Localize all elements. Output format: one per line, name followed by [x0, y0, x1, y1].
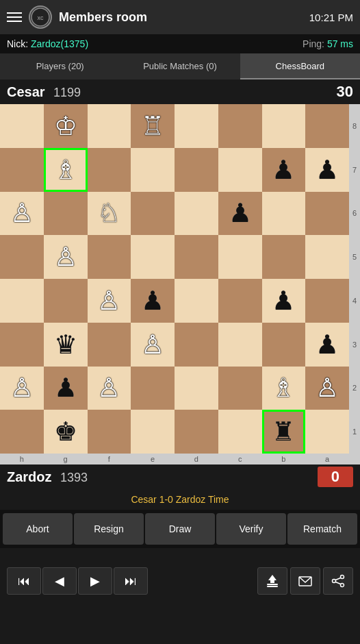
cell-e4[interactable]: [175, 279, 218, 323]
rematch-button[interactable]: Rematch: [287, 513, 357, 545]
cell-d7[interactable]: [131, 148, 175, 192]
nav-buttons-bar: ⏮ ◀ ▶ ⏭: [0, 562, 360, 600]
cell-d8[interactable]: ♖: [131, 104, 175, 148]
cell-g5[interactable]: [262, 235, 306, 279]
cell-c5[interactable]: [88, 235, 131, 279]
svg-rect-3: [267, 586, 278, 587]
cell-a3[interactable]: [0, 323, 44, 367]
cell-d3[interactable]: ♙: [131, 323, 175, 367]
cell-a7[interactable]: [0, 148, 44, 192]
cell-b7[interactable]: ♗: [44, 148, 88, 192]
nav-group: ⏮ ◀ ▶ ⏭: [7, 567, 148, 595]
draw-button[interactable]: Draw: [145, 513, 215, 545]
cell-b8[interactable]: ♔: [44, 104, 88, 148]
cell-b6[interactable]: [44, 192, 88, 236]
cell-h1[interactable]: [305, 410, 349, 454]
piece-black-pawn-f6: ♟: [229, 200, 252, 226]
share-button[interactable]: [323, 567, 353, 595]
cell-b4[interactable]: [44, 279, 88, 323]
cell-g8[interactable]: [262, 104, 306, 148]
cell-e7[interactable]: [175, 148, 218, 192]
cell-f2[interactable]: [218, 367, 262, 410]
abort-button[interactable]: Abort: [3, 513, 73, 545]
cell-f5[interactable]: [218, 235, 262, 279]
cell-d1[interactable]: [131, 410, 175, 454]
cell-c7[interactable]: [88, 148, 131, 192]
piece-white-king: ♔: [54, 113, 77, 139]
cell-c6[interactable]: ♘: [88, 192, 131, 236]
cell-h8[interactable]: [305, 104, 349, 148]
cell-f8[interactable]: [218, 104, 262, 148]
file-b: b: [262, 454, 306, 465]
cell-g2[interactable]: ♗: [262, 367, 306, 410]
cell-f7[interactable]: [218, 148, 262, 192]
cell-a5[interactable]: [0, 235, 44, 279]
rank-5: 5: [349, 235, 360, 279]
prev-move-button[interactable]: ◀: [42, 567, 77, 595]
upload-button[interactable]: [257, 567, 287, 595]
cell-f1[interactable]: [218, 410, 262, 454]
cell-c3[interactable]: [88, 323, 131, 367]
cell-h2[interactable]: ♙: [305, 367, 349, 410]
cell-h3[interactable]: ♟: [305, 323, 349, 367]
cell-e5[interactable]: [175, 235, 218, 279]
cell-b5[interactable]: ♙: [44, 235, 88, 279]
next-move-button[interactable]: ▶: [78, 567, 112, 595]
cell-h7[interactable]: ♟: [305, 148, 349, 192]
tab-public-matches[interactable]: Public Matches (0): [120, 53, 240, 79]
svg-line-10: [336, 582, 341, 584]
cell-a8[interactable]: [0, 104, 44, 148]
piece-black-pawn-g4: ♟: [272, 288, 295, 314]
cell-c4[interactable]: ♙: [88, 279, 131, 323]
action-buttons-bar: Abort Resign Draw Verify Rematch: [0, 510, 360, 548]
email-button[interactable]: [290, 567, 320, 595]
cell-h5[interactable]: [305, 235, 349, 279]
cell-e6[interactable]: [175, 192, 218, 236]
cell-d5[interactable]: [131, 235, 175, 279]
cell-b3[interactable]: ♛: [44, 323, 88, 367]
cell-e8[interactable]: [175, 104, 218, 148]
cell-g1[interactable]: ♜: [262, 410, 306, 454]
verify-button[interactable]: Verify: [216, 513, 286, 545]
resign-button[interactable]: Resign: [74, 513, 144, 545]
cell-e1[interactable]: [175, 410, 218, 454]
chess-board[interactable]: ♔ ♖ ♗ ♟ ♟ ♙ ♘ ♟ ♙: [0, 104, 360, 465]
rank-4: 4: [349, 279, 360, 323]
cell-b2[interactable]: ♟: [44, 367, 88, 410]
cell-a4[interactable]: [0, 279, 44, 323]
room-title: Members room: [59, 10, 147, 25]
cell-e3[interactable]: [175, 323, 218, 367]
first-move-button[interactable]: ⏮: [7, 567, 41, 595]
cell-c8[interactable]: [88, 104, 131, 148]
cell-d2[interactable]: [131, 367, 175, 410]
rank-7: 7: [349, 148, 360, 192]
cell-c2[interactable]: ♙: [88, 367, 131, 410]
cell-b1[interactable]: ♚: [44, 410, 88, 454]
cell-d6[interactable]: [131, 192, 175, 236]
cell-c1[interactable]: [88, 410, 131, 454]
cell-d4[interactable]: ♟: [131, 279, 175, 323]
cell-g3[interactable]: [262, 323, 306, 367]
menu-button[interactable]: [7, 12, 22, 22]
cell-f6[interactable]: ♟: [218, 192, 262, 236]
tab-chessboard[interactable]: ChessBoard: [240, 53, 360, 79]
cell-a1[interactable]: [0, 410, 44, 454]
cell-f3[interactable]: [218, 323, 262, 367]
cell-g6[interactable]: [262, 192, 306, 236]
tab-players[interactable]: Players (20): [0, 53, 120, 79]
cell-e2[interactable]: [175, 367, 218, 410]
piece-white-pawn-a6: ♙: [10, 200, 34, 226]
cell-a2[interactable]: ♙: [0, 367, 44, 410]
file-labels: h g f e d c b a: [0, 454, 349, 465]
cell-h4[interactable]: [305, 279, 349, 323]
cell-h6[interactable]: [305, 192, 349, 236]
cell-a6[interactable]: ♙: [0, 192, 44, 236]
svg-rect-2: [267, 584, 278, 585]
piece-black-pawn-d4: ♟: [141, 288, 164, 314]
cell-g7[interactable]: ♟: [262, 148, 306, 192]
cell-g4[interactable]: ♟: [262, 279, 306, 323]
svg-text:xc: xc: [38, 14, 44, 21]
cell-f4[interactable]: [218, 279, 262, 323]
last-move-button[interactable]: ⏭: [114, 567, 148, 595]
nick-bar: Nick: Zardoz(1375) Ping: 57 ms: [0, 34, 360, 53]
